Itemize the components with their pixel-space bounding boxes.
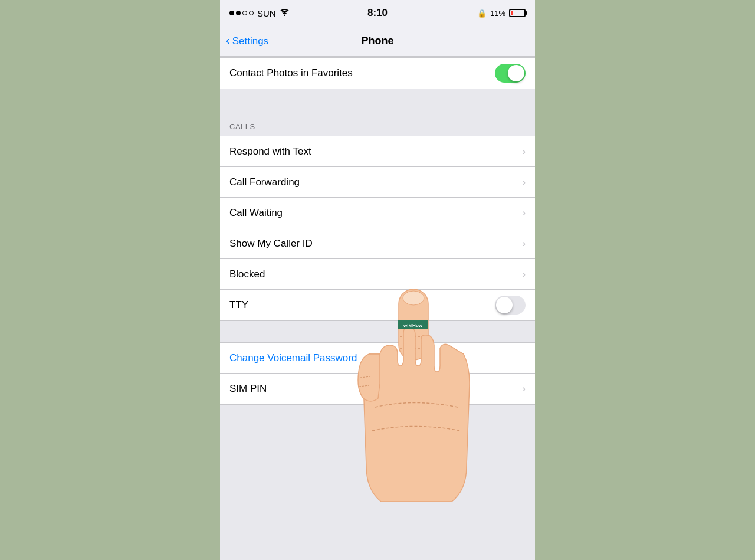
signal-dot-4 xyxy=(249,11,254,15)
row-right-sim: › xyxy=(523,384,526,394)
phone-frame: SUN 8:10 🔒 11% ‹ Settings Phone xyxy=(220,0,535,560)
chevron-right-icon: › xyxy=(523,146,526,157)
status-bar: SUN 8:10 🔒 11% xyxy=(220,0,535,26)
respond-with-text-row[interactable]: Respond with Text › xyxy=(220,136,535,167)
show-caller-id-label: Show My Caller ID xyxy=(229,238,313,250)
tty-toggle[interactable] xyxy=(495,296,526,315)
chevron-right-icon-sim: › xyxy=(523,384,526,394)
row-right-2: › xyxy=(523,177,526,188)
battery-fill xyxy=(511,11,513,15)
row-right-4: › xyxy=(523,238,526,249)
signal-dot-1 xyxy=(229,11,234,15)
contact-photos-toggle[interactable] xyxy=(495,64,526,83)
nav-bar: ‹ Settings Phone xyxy=(220,26,535,57)
chevron-right-icon-4: › xyxy=(523,238,526,249)
back-label: Settings xyxy=(232,35,268,47)
battery-percent: 11% xyxy=(490,9,505,18)
back-button[interactable]: ‹ Settings xyxy=(226,35,268,47)
status-time: 8:10 xyxy=(367,7,388,19)
calls-section-header: CALLS xyxy=(220,110,535,136)
lock-icon: 🔒 xyxy=(477,9,487,18)
back-chevron-icon: ‹ xyxy=(226,34,230,47)
change-voicemail-row[interactable]: Change Voicemail Password xyxy=(220,343,535,374)
row-right: › xyxy=(523,146,526,157)
voicemail-card: Change Voicemail Password SIM PIN › xyxy=(220,342,535,405)
status-left: SUN xyxy=(229,8,290,18)
svg-point-0 xyxy=(284,15,285,17)
blocked-row[interactable]: Blocked › xyxy=(220,259,535,290)
settings-content: Contact Photos in Favorites CALLS Respon… xyxy=(220,57,535,560)
row-right-6 xyxy=(495,296,526,315)
carrier-label: SUN xyxy=(257,8,276,18)
calls-section-gap xyxy=(220,89,535,110)
chevron-right-icon-5: › xyxy=(523,269,526,280)
chevron-right-icon-2: › xyxy=(523,177,526,188)
battery-icon xyxy=(509,9,526,17)
tty-label: TTY xyxy=(229,299,248,311)
calls-card: Respond with Text › Call Forwarding › Ca… xyxy=(220,136,535,321)
call-forwarding-label: Call Forwarding xyxy=(229,176,300,188)
voicemail-section-gap xyxy=(220,321,535,342)
contact-photos-label: Contact Photos in Favorites xyxy=(229,67,353,79)
signal-dot-3 xyxy=(242,11,247,15)
row-right-3: › xyxy=(523,208,526,218)
chevron-right-icon-3: › xyxy=(523,208,526,218)
tty-toggle-thumb xyxy=(496,297,513,313)
tty-row[interactable]: TTY xyxy=(220,290,535,320)
signal-dots xyxy=(229,11,254,15)
contact-photos-row[interactable]: Contact Photos in Favorites xyxy=(220,58,535,89)
change-voicemail-label: Change Voicemail Password xyxy=(229,352,357,364)
blocked-label: Blocked xyxy=(229,268,265,280)
status-right: 🔒 11% xyxy=(477,9,526,18)
nav-title: Phone xyxy=(361,35,393,47)
call-forwarding-row[interactable]: Call Forwarding › xyxy=(220,167,535,198)
respond-with-text-label: Respond with Text xyxy=(229,146,311,158)
wifi-icon xyxy=(280,8,290,18)
call-waiting-label: Call Waiting xyxy=(229,207,283,219)
sim-pin-row[interactable]: SIM PIN › xyxy=(220,374,535,404)
row-right-5: › xyxy=(523,269,526,280)
call-waiting-row[interactable]: Call Waiting › xyxy=(220,198,535,228)
contact-photos-card: Contact Photos in Favorites xyxy=(220,57,535,89)
sim-pin-label: SIM PIN xyxy=(229,383,267,395)
show-caller-id-row[interactable]: Show My Caller ID › xyxy=(220,228,535,259)
signal-dot-2 xyxy=(236,11,241,15)
toggle-thumb xyxy=(508,65,524,81)
